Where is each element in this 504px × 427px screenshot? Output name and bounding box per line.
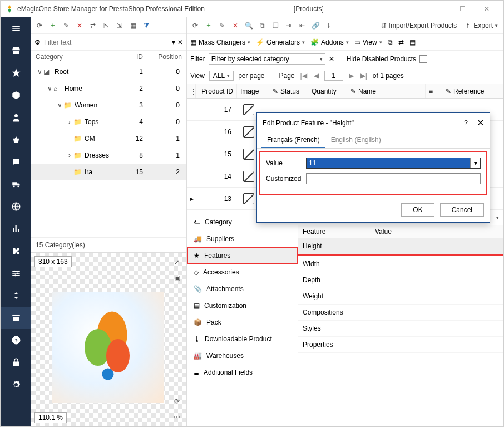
tab-attachments[interactable]: 📎Attachments [187,281,298,297]
col-position[interactable]: Position [143,53,182,61]
category-row[interactable]: 📁 Ira 15 2 [31,164,186,180]
filter-clear-icon[interactable]: ✕ [329,55,334,63]
nav-globe[interactable] [1,195,31,218]
mass-changers[interactable]: ▦ Mass Changers▾ [190,38,250,46]
box-image-icon[interactable]: ▣ [172,273,182,283]
col-reference[interactable]: ✎Reference [442,84,503,98]
expand-image-icon[interactable]: ⤢ [172,257,182,267]
nav-puzzle[interactable] [1,240,31,262]
col-status[interactable]: ✎Status [269,84,308,98]
tool-1[interactable]: ⧉ [388,38,393,46]
swap-button[interactable]: ⇄ [88,21,98,31]
receive-button[interactable]: ⇤ [297,21,307,31]
category-filter-input[interactable] [43,37,170,47]
tab-accessories[interactable]: ◇Accessories [187,264,298,281]
nav-package[interactable] [1,84,31,106]
prev-page-button[interactable]: ◀ [313,72,320,80]
close-window-button[interactable]: ✕ [475,1,499,17]
edit-product-button[interactable]: ✎ [217,21,227,31]
edit-button[interactable]: ✎ [61,21,71,31]
generators[interactable]: ⚡ Generators▾ [256,38,305,46]
import-button[interactable]: ⭳ [324,21,334,31]
nav-star[interactable] [1,62,31,84]
feature-row[interactable]: Properties [298,337,503,353]
export-button[interactable]: ⭱Export▾ [462,21,500,31]
sheet-button[interactable]: ▦ [128,21,138,31]
features-list[interactable]: HeightWidthDepthWeightCompositionsStyles… [298,238,503,353]
category-row[interactable]: ∨ ◪ Root 1 0 [31,63,186,80]
import-export-products[interactable]: ⇵Import/Export Products [379,21,459,31]
col-id[interactable]: ID [115,53,143,61]
hide-disabled-checkbox[interactable] [419,55,427,63]
maximize-button[interactable]: ☐ [450,1,475,17]
nav-shipping[interactable] [1,173,31,195]
clear-filter-icon[interactable]: ✕ [177,38,183,46]
products-grid[interactable]: 17 16 15 14 ▸ 13 Edit Product Feature - … [187,99,503,210]
more-image-icon[interactable]: ⋯ [172,412,182,422]
tab-english[interactable]: English (English) [325,132,387,148]
view-menu[interactable]: ▭ View▾ [354,38,382,46]
chevron-down-icon[interactable]: ▾ [470,158,480,168]
dialog-help-icon[interactable]: ? [464,119,468,127]
feature-row[interactable]: Depth [298,272,503,288]
customized-input[interactable] [306,173,481,184]
feature-row[interactable]: Compositions [298,305,503,321]
nav-settings[interactable] [1,374,31,396]
tab-warehouses[interactable]: 🏭Warehouses [187,347,298,364]
feature-row[interactable]: Width [298,256,503,272]
tab-french[interactable]: Français (French) [261,132,325,148]
delete-button[interactable]: ✕ [75,21,85,31]
nav-store[interactable] [1,40,31,62]
nav-menu[interactable] [1,17,31,40]
link-button[interactable]: 🔗 [310,21,320,31]
refresh-button[interactable]: ⟳ [34,21,45,31]
cancel-button[interactable]: Cancel [440,203,484,217]
feature-row[interactable]: Height [298,238,503,255]
rotate-image-icon[interactable]: ⟳ [172,396,182,406]
category-row[interactable]: ∨ ⌂ Home 2 0 [31,80,186,97]
nav-archive[interactable] [1,307,31,329]
nav-basket[interactable] [1,129,31,151]
feature-row[interactable]: Weight [298,288,503,305]
per-page-select[interactable]: ALL▾ [209,71,234,81]
tab-downloadable-product[interactable]: ⭳Downloadable Product [187,331,298,347]
tab-customization[interactable]: ▤Customization [187,297,298,314]
addons[interactable]: 🧩 Addons▾ [310,38,349,46]
nav-sync[interactable] [1,284,31,307]
filter-toggle-button[interactable]: ⧩ [141,21,151,31]
first-page-button[interactable]: |◀ [299,72,308,80]
col-product-id[interactable]: Product ID [196,84,237,98]
nav-chat[interactable] [1,151,31,173]
category-row[interactable]: › 📁 Tops 4 0 [31,114,186,130]
tab-pack[interactable]: 📦Pack [187,314,298,331]
filter-mode-select[interactable]: Filter by selected category▾ [209,53,325,65]
tab-additional-fields[interactable]: ≣Additional Fields [187,364,298,381]
features-menu-caret[interactable]: ▾ [496,215,499,220]
filter-icon[interactable]: ▾ [172,38,175,46]
refresh-button[interactable]: ⟳ [190,21,200,31]
col-category[interactable]: Category [36,53,115,61]
tree-collapse-button[interactable]: ⇲ [115,21,125,31]
page-input[interactable] [324,71,343,81]
nav-user[interactable] [1,106,31,129]
col-image[interactable]: Image [237,84,269,98]
add-button[interactable]: ＋ [48,21,58,31]
next-page-button[interactable]: ▶ [348,72,355,80]
col-quantity[interactable]: Quantity [308,84,347,98]
nav-lock[interactable] [1,351,31,374]
copy-button[interactable]: ❐ [270,21,280,31]
tree-expand-button[interactable]: ⇱ [101,21,111,31]
nav-help[interactable]: ? [1,329,31,351]
tool-3[interactable]: ▤ [409,38,416,46]
col-extra[interactable]: ≡ [426,84,442,98]
send-button[interactable]: ⇥ [284,21,294,31]
tab-features[interactable]: ★Features [187,247,298,264]
delete-product-button[interactable]: ✕ [230,21,240,31]
search-button[interactable]: 🔍 [244,21,254,31]
category-row[interactable]: ∨ 📁 Women 3 0 [31,97,186,114]
category-row[interactable]: › 📁 Dresses 8 1 [31,147,186,164]
nav-sliders[interactable] [1,262,31,284]
category-tree[interactable]: ∨ ◪ Root 1 0 ∨ ⌂ Home 2 0 ∨ 📁 Women 3 0 … [31,63,186,237]
tool-2[interactable]: ⇄ [398,38,404,46]
add-product-button[interactable]: ＋ [204,21,214,31]
